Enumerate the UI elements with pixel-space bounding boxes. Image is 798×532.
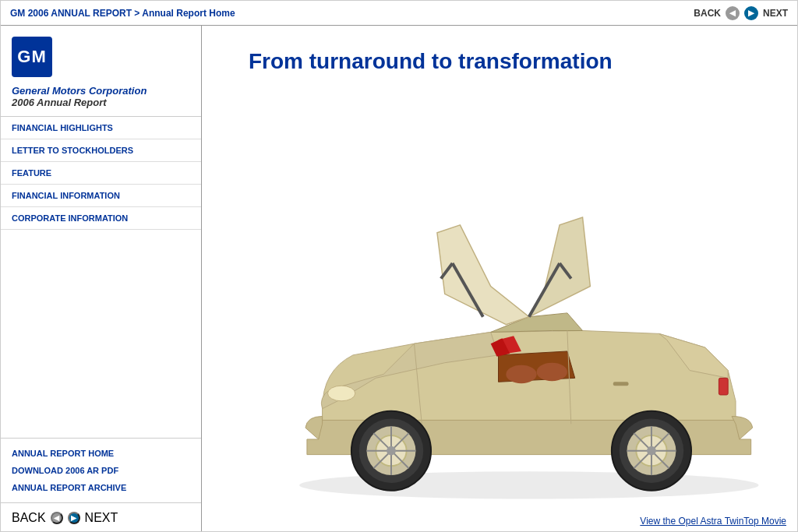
gm-logo-text: GM — [17, 47, 46, 67]
next-label: NEXT — [763, 8, 788, 19]
main-layout: GM General Motors Corporation 2006 Annua… — [1, 26, 797, 532]
sidebar-bottom-nav: ANNUAL REPORT HOME DOWNLOAD 2006 AR PDF … — [1, 438, 201, 502]
sidebar: GM General Motors Corporation 2006 Annua… — [1, 26, 202, 532]
caption-link[interactable]: View the Opel Astra TwinTop Movie — [640, 516, 786, 527]
sidebar-bottom-annual-report-home[interactable]: ANNUAL REPORT HOME — [1, 445, 201, 462]
sidebar-next-label: NEXT — [85, 511, 118, 525]
svg-point-6 — [537, 363, 567, 382]
sidebar-bottom-archive[interactable]: ANNUAL REPORT ARCHIVE — [1, 479, 201, 496]
car-container — [202, 88, 797, 509]
svg-point-16 — [387, 446, 396, 456]
gm-logo: GM — [12, 37, 52, 77]
sidebar-nav: FINANCIAL HIGHLIGHTS LETTER TO STOCKHOLD… — [1, 117, 201, 438]
sidebar-item-financial-information[interactable]: FINANCIAL INFORMATION — [1, 185, 201, 207]
svg-point-5 — [507, 365, 537, 384]
top-bar: GM 2006 ANNUAL REPORT > Annual Report Ho… — [1, 1, 797, 26]
svg-rect-7 — [613, 382, 629, 386]
sidebar-item-feature[interactable]: FEATURE — [1, 162, 201, 185]
content-area: From turnaround to transformation — [202, 26, 797, 532]
car-image — [261, 109, 797, 509]
svg-point-26 — [328, 386, 355, 401]
sidebar-item-financial-highlights[interactable]: FINANCIAL HIGHLIGHTS — [1, 117, 201, 139]
sidebar-back-label: BACK — [12, 511, 46, 525]
sidebar-item-corporate-information[interactable]: CORPORATE INFORMATION — [1, 207, 201, 230]
back-label: BACK — [694, 8, 721, 19]
back-button[interactable]: ◀ — [726, 6, 740, 20]
sidebar-spacer — [1, 230, 201, 438]
report-year: 2006 Annual Report — [12, 97, 190, 108]
breadcrumb[interactable]: GM 2006 ANNUAL REPORT > Annual Report Ho… — [10, 8, 235, 19]
sidebar-footer-nav: BACK ◀ ▶ NEXT — [1, 502, 201, 532]
page-headline: From turnaround to transformation — [249, 49, 613, 74]
top-nav: BACK ◀ ▶ NEXT — [694, 6, 788, 20]
sidebar-logo-area: GM General Motors Corporation 2006 Annua… — [1, 26, 201, 117]
sidebar-forward-button[interactable]: ▶ — [68, 512, 80, 524]
car-visual — [202, 88, 797, 509]
sidebar-back-button[interactable]: ◀ — [51, 512, 63, 524]
svg-point-25 — [647, 446, 656, 456]
bottom-caption: View the Opel Astra TwinTop Movie — [640, 516, 786, 527]
svg-rect-27 — [719, 378, 729, 395]
sidebar-bottom-download-pdf[interactable]: DOWNLOAD 2006 AR PDF — [1, 462, 201, 479]
sidebar-item-letter-to-stockholders[interactable]: LETTER TO STOCKHOLDERS — [1, 139, 201, 162]
company-name: General Motors Corporation — [12, 85, 190, 97]
forward-button[interactable]: ▶ — [744, 6, 758, 20]
